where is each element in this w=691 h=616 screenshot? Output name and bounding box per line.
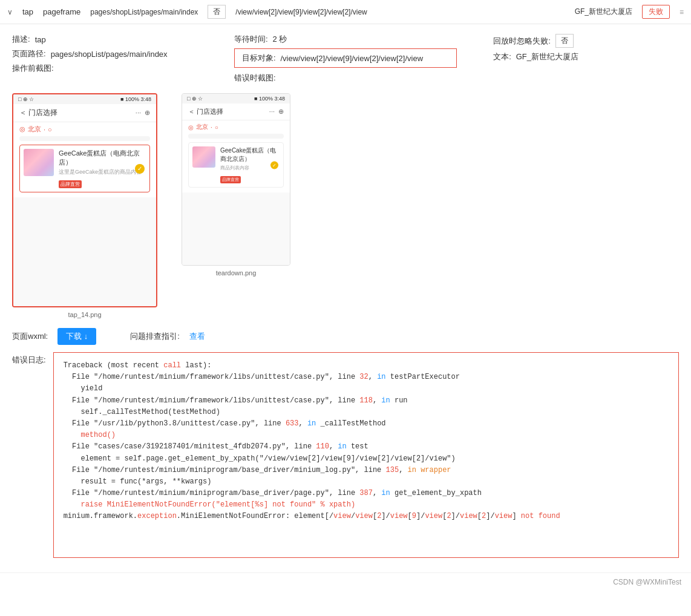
- location-pin-error: ◎: [188, 124, 194, 131]
- error-log-label: 错误日志:: [12, 355, 46, 365]
- text-label: 文本:: [493, 51, 511, 62]
- toolbar-action: tap: [22, 7, 33, 16]
- before-screenshot-col: □ ⊕ ☆ ■ 100% 3:48 ＜ 门店选择 ··· ⊕ ◎ 北京 · ○: [12, 93, 157, 318]
- phone-searchbar-before[interactable]: [19, 136, 150, 141]
- before-screenshot-label: 操作前截图:: [12, 63, 54, 74]
- fail-badge: 失败: [642, 5, 670, 19]
- log-line-6: File "/usr/lib/python3.8/unittest/case.p…: [64, 418, 669, 430]
- store-card-before[interactable]: GeeCake蛋糕店（电商北京店） 这里是GeeCake蛋糕店的商品内容 品牌直…: [19, 145, 150, 192]
- log-line-2: File "/home/runtest/minium/framework/lib…: [64, 372, 669, 383]
- screenshots-row: □ ⊕ ☆ ■ 100% 3:48 ＜ 门店选择 ··· ⊕ ◎ 北京 · ○: [12, 93, 679, 318]
- store-name-before: GeeCake蛋糕店（电商北京店）: [59, 149, 146, 167]
- location-circle-error: ○: [215, 124, 218, 131]
- store-name-error: GeeCake蛋糕店（电商北京店）: [220, 146, 280, 163]
- log-line-7: method(): [64, 430, 669, 441]
- error-filename: teardown.png: [216, 269, 257, 277]
- log-line-9: element = self.page.get_element_by_xpath…: [64, 453, 669, 465]
- text-value: GF_新世纪大厦店: [516, 51, 578, 62]
- store-check-error: ✓: [270, 161, 278, 169]
- nav-back-error[interactable]: ＜ 门店选择: [188, 107, 223, 116]
- toolbar: ∨ tap pageframe pages/shopList/pages/mai…: [0, 0, 691, 24]
- log-line-1: Traceback (most recent call last):: [64, 360, 669, 372]
- nav-settings-error[interactable]: ⊕: [278, 108, 284, 116]
- store-tag-before: 品牌直营: [59, 180, 82, 188]
- phone-statusbar-before: □ ⊕ ☆ ■ 100% 3:48: [13, 94, 156, 104]
- page-path-value: pages/shopList/pages/main/index: [51, 50, 168, 59]
- log-line-5: self._callTestMethod(testMethod): [64, 407, 669, 418]
- phone-location-before: ◎ 北京 · ○: [13, 122, 156, 136]
- phone-searchbar-error[interactable]: [188, 134, 284, 139]
- before-filename: tap_14.png: [68, 311, 101, 318]
- log-line-4: File "/home/runtest/minium/framework/lib…: [64, 395, 669, 407]
- troubleshoot-label: 问题排查指引:: [130, 331, 180, 342]
- target-label: 目标对象:: [242, 53, 276, 64]
- log-line-10: File "/home/runtest/minium/miniprogram/b…: [64, 465, 669, 476]
- location-dot-error: ·: [211, 124, 212, 131]
- statusbar-right-error: ■ 100% 3:48: [254, 96, 285, 102]
- phone-location-error: ◎ 北京 · ○: [182, 120, 290, 134]
- download-button[interactable]: 下载 ↓: [57, 328, 96, 345]
- store-img-inner-before: [24, 149, 54, 176]
- toolbar-no-tag: 否: [208, 5, 226, 19]
- target-value: /view/view[2]/view[9]/view[2]/view[2]/vi…: [281, 54, 424, 63]
- phone-nav-before: ＜ 门店选择 ··· ⊕: [13, 104, 156, 122]
- before-phone-frame: □ ⊕ ☆ ■ 100% 3:48 ＜ 门店选择 ··· ⊕ ◎ 北京 · ○: [12, 93, 157, 307]
- phone-statusbar-error: □ ⊕ ☆ ■ 100% 3:48: [182, 94, 290, 103]
- log-line-11: result = func(*args, **kwargs): [64, 476, 669, 488]
- error-log-box: Traceback (most recent call last): File …: [53, 352, 679, 558]
- bottom-area: 页面wxml: 下载 ↓ 问题排查指引: 查看: [12, 328, 679, 345]
- desc-label: 描述:: [12, 34, 30, 45]
- troubleshoot-link[interactable]: 查看: [189, 331, 205, 342]
- toolbar-store-name: GF_新世纪大厦店: [575, 7, 632, 17]
- phone-body-error: [182, 192, 290, 265]
- chevron-icon[interactable]: ∨: [7, 8, 13, 16]
- nav-icons-before: ··· ⊕: [136, 109, 150, 117]
- download-label: 下载 ↓: [66, 331, 88, 342]
- log-line-14: minium.framework.exception.MiniElementNo…: [64, 511, 669, 522]
- statusbar-right-before: ■ 100% 3:48: [120, 96, 151, 102]
- error-screenshot-label: 错误时截图:: [234, 73, 276, 84]
- footer-text: CSDN @WXMiniTest: [613, 578, 681, 586]
- store-tag-error: 品牌直营: [220, 176, 241, 183]
- nav-more-error[interactable]: ···: [269, 108, 275, 116]
- toolbar-path: pages/shopList/pages/main/index: [90, 8, 198, 16]
- log-line-8: File "cases/case/3192187401/minitest_4fd…: [64, 441, 669, 453]
- location-dot-before: ·: [44, 126, 45, 133]
- nav-more-before[interactable]: ···: [136, 109, 141, 117]
- log-line-3: yield: [64, 383, 669, 395]
- toolbar-frame: pageframe: [43, 7, 80, 16]
- wait-value: 2 秒: [273, 34, 287, 45]
- nav-settings-before[interactable]: ⊕: [145, 109, 150, 117]
- store-img-inner-error: [192, 146, 215, 168]
- store-card-error[interactable]: GeeCake蛋糕店（电商北京店） 商品列表内容 品牌直营 ✓: [188, 142, 284, 188]
- main-content: 描述: tap 页面路径: pages/shopList/pages/main/…: [0, 24, 691, 568]
- wxml-label: 页面wxml:: [12, 331, 48, 342]
- page-footer: CSDN @WXMiniTest: [0, 572, 691, 591]
- ignore-label: 回放时忽略失败:: [493, 36, 551, 47]
- wait-label: 等待时间:: [234, 34, 268, 45]
- statusbar-left-error: □ ⊕ ☆: [187, 96, 203, 102]
- log-line-13: raise MiniElementNotFoundError("element[…: [64, 499, 669, 511]
- store-img-error: [192, 146, 215, 168]
- toolbar-url: /view/view[2]/view[9]/view[2]/view[2]/vi…: [235, 8, 565, 16]
- statusbar-left-before: □ ⊕ ☆: [18, 96, 34, 102]
- more-icon[interactable]: ≡: [680, 8, 684, 16]
- phone-body-before: [13, 197, 156, 306]
- location-pin-before: ◎: [19, 125, 25, 133]
- page-path-label: 页面路径:: [12, 48, 46, 59]
- nav-back-before[interactable]: ＜ 门店选择: [19, 108, 57, 118]
- target-box: 目标对象: /view/view[2]/view[9]/view[2]/view…: [234, 48, 457, 68]
- error-screenshot-col: □ ⊕ ☆ ■ 100% 3:48 ＜ 门店选择 ··· ⊕ ◎ 北京 · ○: [182, 93, 290, 318]
- error-phone-frame: □ ⊕ ☆ ■ 100% 3:48 ＜ 门店选择 ··· ⊕ ◎ 北京 · ○: [182, 93, 290, 266]
- phone-nav-error: ＜ 门店选择 ··· ⊕: [182, 103, 290, 120]
- location-city-before: 北京: [28, 125, 41, 134]
- log-line-12: File "/home/runtest/minium/miniprogram/b…: [64, 488, 669, 499]
- ignore-tag: 否: [555, 34, 574, 48]
- desc-value: tap: [35, 35, 46, 44]
- store-desc-before: 这里是GeeCake蛋糕店的商品内容: [59, 168, 146, 176]
- store-check-before: ✓: [135, 164, 145, 174]
- store-info-before: GeeCake蛋糕店（电商北京店） 这里是GeeCake蛋糕店的商品内容 品牌直…: [59, 149, 146, 188]
- location-city-error: 北京: [196, 123, 208, 131]
- store-img-before: [24, 149, 54, 176]
- error-log-section: 错误日志: Traceback (most recent call last):…: [12, 352, 679, 558]
